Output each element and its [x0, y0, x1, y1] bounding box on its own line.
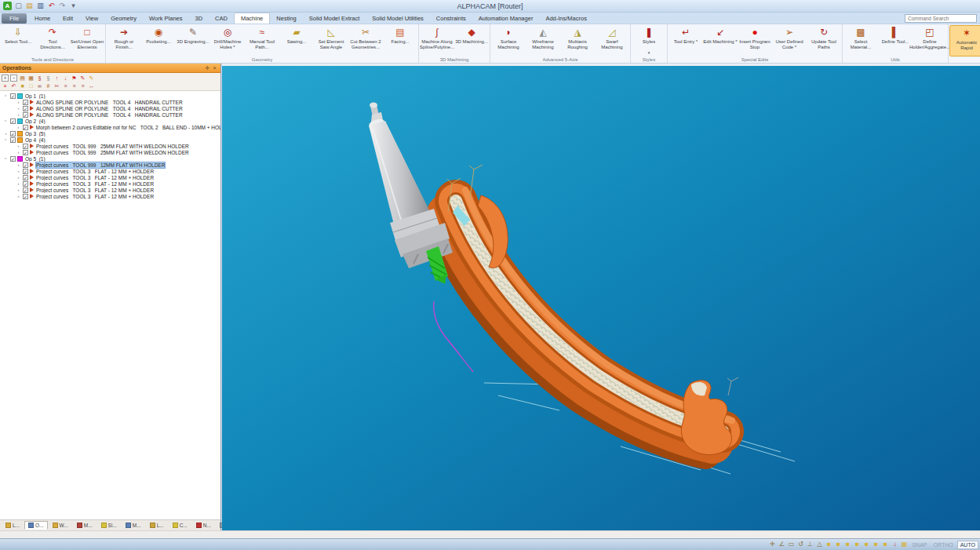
checkbox[interactable]: ✓ [23, 169, 28, 174]
expander-icon[interactable]: › [16, 187, 21, 193]
ribbon-button-tool-entry[interactable]: ↵Tool Entry * [669, 25, 703, 56]
checkbox[interactable]: ✓ [10, 93, 16, 99]
tree-row-2[interactable]: ›✓ALONG SPLINE OR POLYLINE TOOL 4 HANDRA… [0, 105, 220, 111]
ribbon-button-define-holder-aggregate[interactable]: ◰Define Holder/Aggregate... [913, 25, 947, 56]
tree-row-1[interactable]: ›✓ALONG SPLINE OR POLYLINE TOOL 4 HANDRA… [0, 99, 220, 105]
checkbox[interactable]: ✓ [10, 137, 16, 143]
menu-tab-machine[interactable]: Machine [234, 13, 270, 24]
menu-tab-file[interactable]: File [2, 13, 27, 24]
panel-tab-layers-tab[interactable]: L... [2, 521, 24, 530]
tree-row-16[interactable]: ›✓Project curves TOOL 3 FLAT - 12 MM + H… [0, 193, 220, 199]
ribbon-button-user-defined-code[interactable]: ➢User Defined Code * [772, 25, 807, 56]
panel-tab-simulation-tab[interactable]: Si... [97, 521, 121, 530]
close-icon[interactable]: × [211, 65, 218, 71]
pin-icon[interactable]: ✛ [204, 65, 211, 71]
ribbon-button-select-material[interactable]: ▩Select Material... [843, 25, 878, 56]
checkbox[interactable]: ✓ [23, 175, 28, 180]
menu-tab-solid-model-utilities[interactable]: Solid Model Utilities [366, 13, 429, 24]
menu-tab-edit[interactable]: Edit [56, 13, 79, 24]
expander-icon[interactable]: › [16, 180, 21, 187]
ribbon-button-update-tool-paths[interactable]: ↻Update Tool Paths [807, 25, 841, 56]
checkbox[interactable]: ✓ [10, 156, 16, 162]
tree-row-10[interactable]: ›✓Op 5 (1) [0, 155, 220, 162]
expander-icon[interactable]: › [16, 149, 21, 155]
menu-tab-nesting[interactable]: Nesting [270, 13, 302, 24]
ribbon-button-wireframe-machining[interactable]: ◭Wireframe Machining [526, 25, 560, 56]
ribbon-button-surface-machining[interactable]: ◗Surface Machining [491, 25, 526, 56]
checkbox[interactable]: ✓ [23, 125, 28, 130]
ribbon-button-sawing[interactable]: ▰Sawing... [279, 25, 314, 56]
expander-icon[interactable]: › [3, 156, 9, 162]
menu-tab-geometry[interactable]: Geometry [104, 13, 143, 24]
expander-icon[interactable]: › [3, 93, 9, 99]
menu-tab-automation-manager[interactable]: Automation Manager [472, 13, 540, 24]
ribbon-button-automatic-rapid-manager[interactable]: ✶Automatic Rapid Manager... [949, 25, 980, 56]
expander-icon[interactable]: › [3, 118, 9, 124]
status-toggle-auto[interactable]: AUTO [957, 541, 978, 549]
command-search-input[interactable] [905, 14, 977, 23]
expander-icon[interactable]: › [16, 174, 21, 180]
tree-row-5[interactable]: ›✓Morph between 2 curves Editable not fo… [0, 124, 220, 130]
ribbon-button-select-tool[interactable]: ⇩Select Tool... [1, 25, 35, 56]
ribbon-button-drill-machine-holes[interactable]: ◎Drill/Machine Holes * [210, 25, 245, 56]
tree-row-13[interactable]: ›✓Project curves TOOL 3 FLAT - 12 MM + H… [0, 174, 220, 180]
ribbon-button-rough-or-finish[interactable]: ➔Rough or Finish... [107, 25, 141, 56]
tree-row-6[interactable]: ›✓Op 3 (5) [0, 130, 220, 137]
menu-tab-constraints[interactable]: Constraints [430, 13, 472, 24]
menu-tab-cad[interactable]: CAD [209, 13, 234, 24]
ribbon-button-3d-machining[interactable]: ◆3D Machining... [454, 25, 489, 56]
panel-tab-machining-tab[interactable]: M... [122, 521, 145, 530]
status-toggle-snap[interactable]: SNAP [909, 541, 929, 548]
expander-icon[interactable]: › [16, 193, 21, 199]
menu-tab-home[interactable]: Home [28, 13, 56, 24]
expander-icon[interactable]: › [3, 130, 9, 137]
tree-row-12[interactable]: ›✓Project curves TOOL 3 FLAT - 12 MM + H… [0, 168, 220, 174]
checkbox[interactable]: ✓ [10, 118, 16, 124]
expander-icon[interactable]: › [16, 162, 21, 168]
tree-row-4[interactable]: ›✓Op 2 (4) [0, 118, 220, 124]
checkbox[interactable]: ✓ [23, 162, 28, 168]
expander-icon[interactable]: › [16, 143, 21, 149]
viewport-3d[interactable] [222, 64, 980, 530]
panel-tab-levels-tab[interactable]: L... [146, 521, 168, 530]
expander-icon[interactable]: › [16, 111, 21, 118]
ribbon-button-manual-tool-path[interactable]: ≈Manual Tool Path... [245, 25, 279, 56]
panel-tab-workplanes-tab[interactable]: W... [49, 521, 72, 530]
tree-row-15[interactable]: ›✓Project curves TOOL 3 FLAT - 12 MM + H… [0, 187, 220, 193]
ribbon-button-edit-machining[interactable]: ↙Edit Machining * [703, 25, 738, 56]
ribbon-button-insert-program-stop[interactable]: ●Insert Program Stop [738, 25, 772, 56]
ribbon-button-set-unset-open-elements[interactable]: □Set/Unset Open Elements [70, 25, 104, 56]
status-toggle-ortho[interactable]: ORTHO [931, 541, 956, 548]
ribbon-button-styles[interactable]: ❚Styles▾ [632, 25, 666, 56]
panel-tab-configuration-tab[interactable]: C... [169, 521, 191, 530]
expander-icon[interactable]: › [16, 124, 21, 130]
tree-row-3[interactable]: ›✓ALONG SPLINE OR POLYLINE TOOL 4 HANDRA… [0, 111, 220, 118]
menu-tab-work-planes[interactable]: Work Planes [143, 13, 188, 24]
tree-row-11[interactable]: ›✓Project curves TOOL 999 12MM FLAT WITH… [0, 162, 220, 168]
expander-icon[interactable]: › [16, 99, 21, 105]
ribbon-button-machine-along-spline-polyline[interactable]: ∫Machine Along Spline/Polyline... [420, 25, 454, 56]
checkbox[interactable]: ✓ [10, 131, 16, 137]
menu-tab-3d[interactable]: 3D [189, 13, 209, 24]
tree-row-14[interactable]: ›✓Project curves TOOL 3 FLAT - 12 MM + H… [0, 180, 220, 187]
panel-tab-materials-tab[interactable]: M... [73, 521, 97, 530]
checkbox[interactable]: ✓ [23, 181, 28, 187]
expander-icon[interactable]: › [16, 105, 21, 111]
tree-row-7[interactable]: ›✓Op 4 (4) [0, 137, 220, 143]
ribbon-button-set-element-saw-angle[interactable]: ◺Set Element Saw Angle [314, 25, 348, 56]
ribbon-button-3d-engraving[interactable]: ✎3D Engraving... [176, 25, 210, 56]
checkbox[interactable]: ✓ [23, 100, 28, 105]
ribbon-button-cut-between-2-geometries[interactable]: ✂Cut Between 2 Geometries... [348, 25, 383, 56]
checkbox[interactable]: ✓ [23, 112, 28, 118]
ribbon-button-facing[interactable]: ▤Facing... [383, 25, 417, 56]
tree-row-9[interactable]: ›✓Project curves TOOL 999 25MM FLAT WITH… [0, 149, 220, 155]
menu-tab-add-ins-macros[interactable]: Add-Ins/Macros [539, 13, 593, 24]
menu-tab-view[interactable]: View [79, 13, 104, 24]
ribbon-button-tool-directions[interactable]: ↷Tool Directions... [35, 25, 70, 56]
panel-tab-operations-tab[interactable]: O... [24, 521, 47, 530]
ribbon-button-swarf-machining[interactable]: ◿Swarf Machining [595, 25, 629, 56]
ribbon-button-define-tool[interactable]: ▌Define Tool... [878, 25, 913, 56]
checkbox[interactable]: ✓ [23, 150, 28, 155]
expander-icon[interactable]: › [3, 137, 9, 143]
tree-row-8[interactable]: ›✓Project curves TOOL 999 25MM FLAT WITH… [0, 143, 220, 149]
